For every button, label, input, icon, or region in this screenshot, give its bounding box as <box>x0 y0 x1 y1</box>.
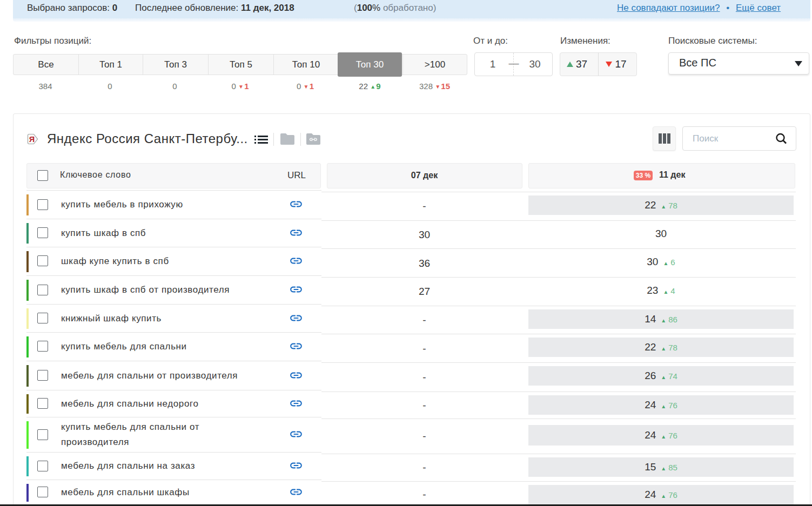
svg-text:Я: Я <box>29 135 35 144</box>
